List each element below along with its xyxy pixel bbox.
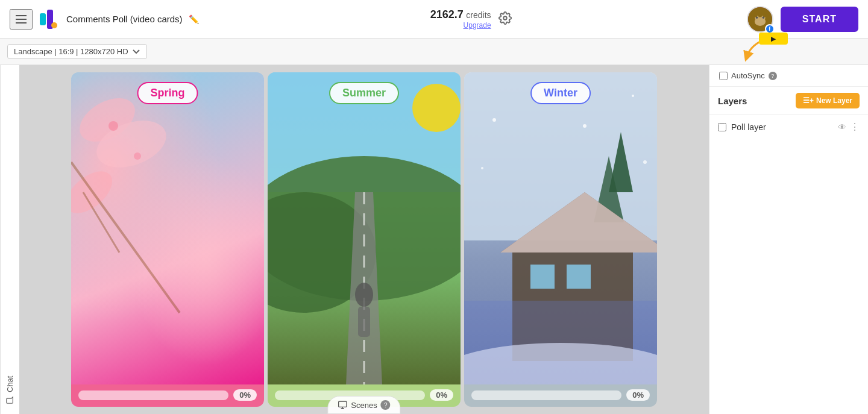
- layers-header: Layers ☰+ New Layer: [709, 87, 868, 114]
- chat-icon: [6, 396, 14, 404]
- poll-layer-name: Poll layer: [731, 122, 833, 132]
- svg-point-11: [762, 16, 764, 19]
- spring-card-image: Spring: [71, 72, 264, 384]
- edit-title-icon[interactable]: ✏️: [189, 14, 199, 24]
- spring-percent: 0%: [233, 389, 257, 401]
- winter-card-bottom: 0%: [464, 384, 657, 407]
- header: Comments Poll (video cards) ✏️ 2162.7 cr…: [0, 0, 868, 39]
- autosync-label: AutoSync: [731, 71, 765, 80]
- avatar-container: f ▶: [747, 6, 773, 33]
- svg-rect-36: [530, 265, 555, 289]
- summer-tag: Summer: [329, 82, 399, 104]
- canvas-area: Spring 0%: [19, 65, 709, 414]
- autosync-help-icon[interactable]: ?: [769, 72, 777, 80]
- summer-background: [268, 72, 461, 384]
- svg-point-2: [51, 22, 57, 28]
- svg-point-39: [492, 118, 496, 122]
- winter-card-image: Winter: [464, 72, 657, 384]
- svg-point-10: [756, 16, 758, 19]
- autosync-checkbox[interactable]: [719, 72, 728, 80]
- svg-rect-0: [40, 13, 46, 25]
- scenes-button[interactable]: Scenes ?: [327, 396, 400, 414]
- winter-card: Winter 0%: [464, 72, 657, 407]
- layers-title: Layers: [718, 96, 747, 106]
- main-layout: Chat: [0, 65, 868, 414]
- header-right: f ▶ START: [747, 6, 858, 33]
- winter-percent: 0%: [626, 389, 650, 401]
- svg-rect-46: [339, 401, 347, 407]
- svg-point-19: [134, 152, 141, 160]
- scenes-icon: [338, 400, 347, 410]
- avatar: f: [747, 6, 773, 33]
- svg-point-28: [355, 283, 373, 307]
- svg-point-18: [108, 121, 118, 131]
- svg-point-23: [412, 84, 461, 132]
- summer-percent: 0%: [430, 389, 453, 401]
- credits-label: credits: [466, 10, 491, 20]
- summer-decoration: [268, 72, 461, 384]
- social-badge: f: [765, 24, 775, 34]
- svg-point-43: [481, 167, 483, 169]
- upgrade-link[interactable]: Upgrade: [430, 21, 491, 30]
- chat-label: Chat: [5, 376, 14, 392]
- spring-progress-bar: [78, 390, 228, 400]
- svg-point-41: [583, 124, 587, 128]
- summer-card-image: Summer: [268, 72, 461, 384]
- aspect-ratio-select[interactable]: Landscape | 16:9 | 1280x720 HD: [7, 44, 147, 59]
- settings-button[interactable]: [495, 8, 515, 30]
- chevron-down-icon: [132, 48, 140, 56]
- app-logo: [39, 8, 60, 30]
- winter-decoration: [464, 72, 657, 384]
- new-layer-label: New Layer: [816, 96, 852, 105]
- winter-background: [464, 72, 657, 384]
- aspect-ratio-label: Landscape | 16:9 | 1280x720 HD: [14, 47, 128, 56]
- new-layer-button[interactable]: ☰+ New Layer: [796, 93, 860, 108]
- spring-background: [71, 72, 264, 384]
- app-title: Comments Poll (video cards): [66, 14, 183, 24]
- svg-point-3: [503, 16, 507, 20]
- gear-icon: [498, 11, 512, 25]
- right-panel: AutoSync ? Layers ☰+ New Layer Poll laye…: [709, 65, 868, 414]
- summer-card: Summer 0%: [268, 72, 461, 407]
- start-button[interactable]: START: [781, 7, 858, 32]
- credits-amount: 2162.7: [430, 8, 464, 20]
- header-left: Comments Poll (video cards) ✏️: [10, 8, 199, 30]
- poll-layer-item[interactable]: Poll layer 👁 ⋮: [709, 114, 868, 139]
- scenes-label: Scenes: [351, 401, 377, 410]
- poll-layer-actions: 👁 ⋮: [838, 121, 860, 133]
- svg-rect-45: [464, 301, 657, 384]
- winter-progress-bar: [471, 390, 621, 400]
- svg-point-42: [632, 95, 634, 97]
- autosync-row: AutoSync ?: [709, 65, 868, 87]
- poll-layer-checkbox[interactable]: [718, 123, 726, 131]
- spring-tag: Spring: [137, 82, 198, 104]
- toolbar: Landscape | 16:9 | 1280x720 HD: [0, 39, 868, 65]
- header-center: 2162.7 credits Upgrade: [430, 8, 515, 30]
- svg-line-20: [71, 162, 180, 313]
- svg-rect-29: [358, 307, 370, 337]
- spring-card: Spring 0%: [71, 72, 264, 407]
- winter-tag: Winter: [530, 82, 591, 104]
- poll-layer-more-icon[interactable]: ⋮: [850, 121, 860, 133]
- chat-tab[interactable]: Chat: [0, 65, 19, 414]
- scenes-help-badge[interactable]: ?: [381, 400, 391, 410]
- cards-container: Spring 0%: [66, 65, 662, 414]
- spring-card-bottom: 0%: [71, 384, 264, 407]
- svg-rect-37: [567, 265, 591, 289]
- spring-decoration: [71, 72, 264, 384]
- svg-point-44: [643, 160, 647, 164]
- credits-display: 2162.7 credits Upgrade: [430, 8, 491, 30]
- poll-layer-visibility-icon[interactable]: 👁: [838, 122, 846, 132]
- menu-button[interactable]: [10, 9, 33, 30]
- new-layer-plus-icon: ☰+: [803, 96, 814, 105]
